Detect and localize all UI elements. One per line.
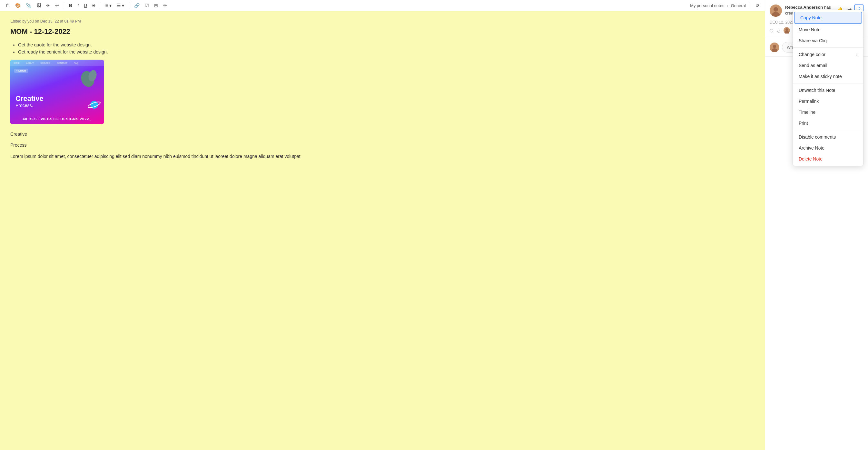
author-avatar	[770, 4, 782, 17]
undo-icon[interactable]: ↩	[54, 2, 61, 9]
nav-about: ABOUT	[26, 62, 34, 64]
breadcrumb-sep: ›	[727, 3, 728, 8]
decorative-planet	[88, 98, 101, 111]
permalink-label: Permalink	[799, 99, 819, 104]
breadcrumb-section[interactable]: General	[731, 3, 746, 8]
creative-text: Creative Process.	[16, 94, 43, 108]
clear-button[interactable]: ✏	[161, 2, 168, 9]
edit-meta: Edited by you on Dec 13, 22 at 01:49 PM	[10, 19, 754, 24]
menu-separator-1	[793, 47, 863, 48]
strike-button[interactable]: S	[91, 2, 97, 9]
right-panel: Rebecca Anderson has created a Note 🔔 ⇄ …	[765, 0, 868, 450]
menu-item-share-cliq[interactable]: Share via Cliq	[793, 35, 863, 46]
send-email-label: Send as email	[799, 63, 827, 68]
image-logo: ○ LOGO	[14, 69, 28, 73]
share-cliq-label: Share via Cliq	[799, 38, 827, 43]
toolbar-separator-3	[129, 2, 129, 9]
toolbar-separator-4	[750, 2, 750, 9]
toolbar-separator-1	[64, 2, 64, 9]
toolbar-separator-2	[100, 2, 100, 9]
menu-separator-3	[793, 130, 863, 130]
palette-icon[interactable]: 🎨	[13, 2, 22, 9]
checkbox-button[interactable]: ☑	[143, 2, 151, 9]
menu-item-send-email[interactable]: Send as email	[793, 60, 863, 71]
menu-item-permalink[interactable]: Permalink	[793, 96, 863, 107]
note-date: DEC 12, 2022	[770, 20, 794, 25]
list-button[interactable]: ☰ ▾	[115, 2, 126, 9]
toolbar: 🗒 🎨 📎 🖼 ✈ ↩ B I U S ≡ ▾ ☰ ▾ 🔗 ☑ ⊞ ✏ My p…	[0, 0, 765, 11]
emoji-reaction-button[interactable]: ☺	[776, 28, 781, 34]
delete-note-label: Delete Note	[799, 156, 823, 161]
paragraph-creative[interactable]: Creative	[10, 131, 754, 138]
svg-point-8	[785, 28, 788, 31]
decorative-plant	[78, 69, 97, 89]
copy-note-label: Copy Note	[800, 15, 822, 20]
commenter-avatar	[770, 42, 779, 52]
move-note-label: Move Note	[799, 27, 820, 32]
context-menu: Copy Note Move Note Share via Cliq Chang…	[793, 10, 864, 166]
image-icon[interactable]: 🖼	[35, 2, 42, 9]
menu-item-change-color[interactable]: Change color ›	[793, 49, 863, 60]
menu-item-archive-note[interactable]: Archive Note	[793, 142, 863, 154]
note-image-inner: HOME ABOUT SERVICE CONTACT FAQ ○ LOGO Cr…	[10, 60, 104, 124]
unwatch-label: Unwatch this Note	[799, 88, 835, 93]
menu-item-sticky-note[interactable]: Make it as sticky note	[793, 71, 863, 82]
menu-item-timeline[interactable]: Timeline	[793, 107, 863, 118]
table-button[interactable]: ⊞	[153, 2, 160, 9]
send-icon[interactable]: ✈	[44, 2, 52, 9]
paragraph-lorem[interactable]: Lorem ipsum dolor sit amet, consectetuer…	[10, 153, 754, 160]
author-name: Rebecca Anderson	[785, 5, 823, 10]
creative-big: Creative	[16, 94, 43, 103]
svg-point-5	[774, 7, 778, 11]
avatar-svg	[770, 4, 782, 17]
italic-button[interactable]: I	[76, 2, 80, 9]
history-button[interactable]: ↺	[754, 2, 761, 9]
bullet-item-1: Get the quote for the website design.	[18, 42, 754, 47]
bullet-list: Get the quote for the website design. Ge…	[18, 42, 754, 55]
menu-separator-2	[793, 83, 863, 84]
menu-item-move-note[interactable]: Move Note	[793, 24, 863, 35]
print-label: Print	[799, 121, 808, 126]
breadcrumb: My personal notes › General ↺	[690, 2, 761, 9]
menu-item-print[interactable]: Print	[793, 118, 863, 129]
note-icon[interactable]: 🗒	[4, 2, 11, 9]
breadcrumb-notebook[interactable]: My personal notes	[690, 3, 724, 8]
menu-item-unwatch[interactable]: Unwatch this Note	[793, 85, 863, 96]
menu-item-copy-note[interactable]: Copy Note	[794, 12, 862, 24]
timeline-label: Timeline	[799, 109, 815, 115]
underline-button[interactable]: U	[82, 2, 89, 9]
menu-item-delete-note[interactable]: Delete Note	[793, 154, 863, 164]
heart-reaction-button[interactable]: ♡	[770, 28, 774, 34]
archive-note-label: Archive Note	[799, 146, 825, 151]
note-title[interactable]: MOM - 12-12-2022	[10, 27, 754, 36]
paragraph-process[interactable]: Process	[10, 141, 754, 149]
nav-faq: FAQ	[74, 62, 79, 64]
editor-area: 🗒 🎨 📎 🖼 ✈ ↩ B I U S ≡ ▾ ☰ ▾ 🔗 ☑ ⊞ ✏ My p…	[0, 0, 765, 450]
attachment-icon[interactable]: 📎	[24, 2, 33, 9]
editor-content: Edited by you on Dec 13, 22 at 01:49 PM …	[0, 11, 765, 450]
bold-button[interactable]: B	[67, 2, 74, 9]
nav-home: HOME	[13, 62, 20, 64]
creative-small: Process.	[16, 103, 43, 108]
disable-comments-label: Disable comments	[799, 134, 836, 139]
image-bottom-title: 40 BEST WEBSITE DESIGNS 2022_	[23, 117, 91, 121]
nav-service: SERVICE	[40, 62, 50, 64]
change-color-label: Change color	[799, 52, 826, 57]
bullet-item-2: Get ready the content for the website de…	[18, 49, 754, 55]
menu-item-disable-comments[interactable]: Disable comments	[793, 131, 863, 142]
sticky-note-label: Make it as sticky note	[799, 74, 842, 79]
nav-contact: CONTACT	[57, 62, 67, 64]
change-color-arrow-icon: ›	[856, 52, 857, 57]
avatar-small-button[interactable]	[783, 27, 790, 34]
commenter-avatar-svg	[770, 42, 779, 52]
link-button[interactable]: 🔗	[132, 2, 141, 9]
svg-point-11	[773, 45, 776, 48]
small-avatar-svg	[783, 27, 790, 34]
align-button[interactable]: ≡ ▾	[103, 2, 113, 9]
note-image: HOME ABOUT SERVICE CONTACT FAQ ○ LOGO Cr…	[10, 60, 104, 124]
image-top-bar: HOME ABOUT SERVICE CONTACT FAQ	[10, 60, 104, 66]
